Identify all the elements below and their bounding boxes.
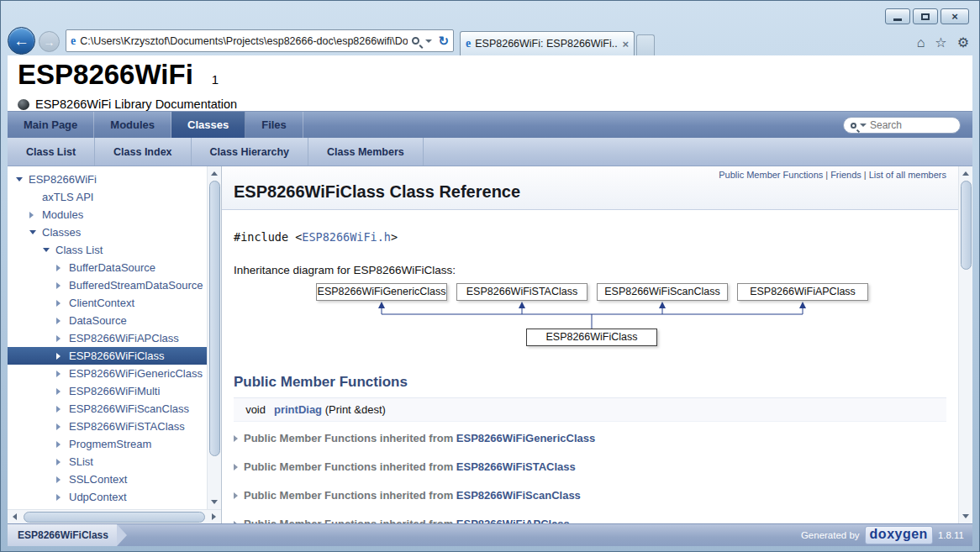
scroll-up-icon[interactable] xyxy=(959,166,973,181)
close-button[interactable]: × xyxy=(940,8,969,24)
search-dropdown-icon[interactable] xyxy=(860,124,867,127)
doxygen-logo[interactable]: doxygen xyxy=(865,526,933,544)
diagram-node-esp8266wifigenericclass[interactable]: ESP8266WiFiGenericClass xyxy=(316,283,447,301)
chevron-down-icon[interactable] xyxy=(43,248,55,252)
scroll-down-icon[interactable] xyxy=(208,495,222,509)
tab-close-icon[interactable]: × xyxy=(622,38,629,50)
address-url[interactable]: C:\Users\Krzysztof\Documents\Projects\es… xyxy=(80,35,408,47)
chevron-right-icon[interactable] xyxy=(29,212,42,218)
chevron-right-icon[interactable] xyxy=(56,265,69,271)
refresh-icon[interactable]: ↻ xyxy=(438,34,449,47)
sidebar-item-clientcontext[interactable]: ClientContext xyxy=(8,294,207,312)
include-file-link[interactable]: ESP8266WiFi.h xyxy=(302,230,391,244)
sidebar-vertical-scrollbar[interactable] xyxy=(207,166,221,509)
sidebar-item-esp8266wifi[interactable]: ESP8266WiFi xyxy=(8,171,207,188)
minimize-button[interactable] xyxy=(885,8,910,24)
chevron-right-icon[interactable] xyxy=(56,423,69,430)
scroll-right-icon[interactable] xyxy=(207,510,221,524)
sidebar-item-esp8266wifiapclass[interactable]: ESP8266WiFiAPClass xyxy=(8,329,207,347)
tab-classes[interactable]: Classes xyxy=(171,112,245,138)
link-esp8266wifistaclass[interactable]: ESP8266WiFiSTAClass xyxy=(456,460,576,473)
main-scrollbar-thumb[interactable] xyxy=(961,181,972,270)
link-list-of-all-members[interactable]: List of all members xyxy=(869,170,946,180)
chevron-right-icon[interactable] xyxy=(56,300,69,307)
sidebar-item-slist[interactable]: SList xyxy=(8,453,207,471)
tab-class-list[interactable]: Class List xyxy=(8,138,95,166)
sidebar-item-esp8266wifimulti[interactable]: ESP8266WiFiMulti xyxy=(8,382,207,400)
link-esp8266wifiscanclass[interactable]: ESP8266WiFiScanClass xyxy=(456,489,581,502)
tab-files[interactable]: Files xyxy=(245,112,303,138)
breadcrumb[interactable]: ESP8266WiFiClass xyxy=(8,524,117,546)
sidebar-item-classes[interactable]: Classes xyxy=(8,223,207,241)
chevron-down-icon[interactable] xyxy=(16,177,29,181)
sidebar-scrollbar-thumb[interactable] xyxy=(209,181,220,456)
address-dropdown-icon[interactable] xyxy=(425,39,432,43)
inherited-section-genericclass[interactable]: Public Member Functions inherited from E… xyxy=(234,426,946,450)
address-controls: ↻ xyxy=(412,34,449,47)
chevron-right-icon[interactable] xyxy=(56,459,69,465)
browser-tab[interactable]: e ESP8266WiFi: ESP8266WiFi... × xyxy=(460,31,635,55)
chevron-down-icon[interactable] xyxy=(29,230,42,234)
tab-class-hierarchy[interactable]: Class Hierarchy xyxy=(192,138,309,166)
tab-class-members[interactable]: Class Members xyxy=(308,138,424,166)
sidebar-item-class-list[interactable]: Class List xyxy=(8,241,207,259)
sidebar-item-esp8266wifigenericclass[interactable]: ESP8266WiFiGenericClass xyxy=(8,365,207,382)
search-input[interactable] xyxy=(870,119,946,131)
new-tab-button[interactable] xyxy=(636,34,655,55)
sidebar-item-bufferedstreamdatasource[interactable]: BufferedStreamDataSource xyxy=(8,276,207,294)
sidebar-hscrollbar-thumb[interactable] xyxy=(24,512,205,523)
diagram-node-esp8266wifistaclass[interactable]: ESP8266WiFiSTAClass xyxy=(456,283,587,301)
chevron-right-icon[interactable] xyxy=(56,494,69,501)
settings-gear-icon[interactable]: ⚙ xyxy=(957,36,969,50)
chevron-right-icon[interactable] xyxy=(56,388,69,395)
tab-modules[interactable]: Modules xyxy=(94,112,171,138)
chevron-right-icon[interactable] xyxy=(56,406,69,413)
sidebar-item-udpcontext[interactable]: UdpContext xyxy=(8,488,207,506)
tab-class-index[interactable]: Class Index xyxy=(95,138,191,166)
inherited-section-scanclass[interactable]: Public Member Functions inherited from E… xyxy=(234,483,946,507)
sidebar-item-esp8266wifiscanclass[interactable]: ESP8266WiFiScanClass xyxy=(8,400,207,418)
diagram-node-esp8266wificlass[interactable]: ESP8266WiFiClass xyxy=(526,329,657,346)
sidebar-item-progmemstream[interactable]: ProgmemStream xyxy=(8,435,207,453)
home-icon[interactable]: ⌂ xyxy=(917,36,925,50)
address-bar[interactable]: e C:\Users\Krzysztof\Documents\Projects\… xyxy=(66,29,454,52)
link-friends[interactable]: Friends xyxy=(830,170,861,180)
sidebar-item-axtls-api[interactable]: axTLS API xyxy=(8,188,207,206)
chevron-right-icon[interactable] xyxy=(56,318,69,324)
link-esp8266wifigenericclass[interactable]: ESP8266WiFiGenericClass xyxy=(456,432,595,444)
sidebar-item-esp8266wificlass[interactable]: ESP8266WiFiClass xyxy=(8,347,207,365)
scroll-down-icon[interactable] xyxy=(959,509,973,523)
minimize-icon xyxy=(893,18,902,21)
diagram-node-esp8266wifiapclass[interactable]: ESP8266WiFiAPClass xyxy=(737,283,868,301)
scroll-left-icon[interactable] xyxy=(8,510,22,524)
scroll-up-icon[interactable] xyxy=(208,166,222,181)
link-public-member-functions[interactable]: Public Member Functions xyxy=(719,170,823,180)
chevron-right-icon[interactable] xyxy=(56,476,69,483)
address-search-icon[interactable] xyxy=(412,37,419,45)
chevron-right-icon[interactable] xyxy=(56,371,69,377)
link-esp8266wifiapclass[interactable]: ESP8266WiFiAPClass xyxy=(456,518,570,523)
sidebar-horizontal-scrollbar[interactable] xyxy=(8,509,221,523)
maximize-button[interactable] xyxy=(913,8,938,24)
diagram-node-esp8266wifiscanclass[interactable]: ESP8266WiFiScanClass xyxy=(597,283,728,301)
chevron-right-icon[interactable] xyxy=(56,441,69,448)
sidebar-item-esp8266wifistaclass[interactable]: ESP8266WiFiSTAClass xyxy=(8,418,207,435)
sidebar-item-bufferdatasource[interactable]: BufferDataSource xyxy=(8,259,207,276)
nav-tree: ESP8266WiFi axTLS API Modules Classes Cl… xyxy=(8,166,207,509)
sidebar-item-modules[interactable]: Modules xyxy=(8,206,207,223)
forward-button[interactable]: → xyxy=(39,31,60,52)
inherited-section-staclass[interactable]: Public Member Functions inherited from E… xyxy=(234,455,946,479)
chevron-right-icon[interactable] xyxy=(56,282,69,289)
favorites-star-icon[interactable]: ☆ xyxy=(935,36,946,50)
inherited-section-apclass[interactable]: Public Member Functions inherited from E… xyxy=(234,512,946,523)
member-link-printdiag[interactable]: printDiag xyxy=(274,403,322,416)
main-vertical-scrollbar[interactable] xyxy=(958,166,972,523)
back-button[interactable]: ← xyxy=(8,27,35,55)
chevron-right-icon[interactable] xyxy=(56,335,69,342)
search-box[interactable] xyxy=(843,117,961,134)
tab-main-page[interactable]: Main Page xyxy=(8,112,94,138)
sidebar-item-datasource[interactable]: DataSource xyxy=(8,312,207,329)
sidebar-item-sslcontext[interactable]: SSLContext xyxy=(8,471,207,488)
expand-arrow-icon xyxy=(234,492,238,499)
chevron-right-icon[interactable] xyxy=(56,353,69,360)
